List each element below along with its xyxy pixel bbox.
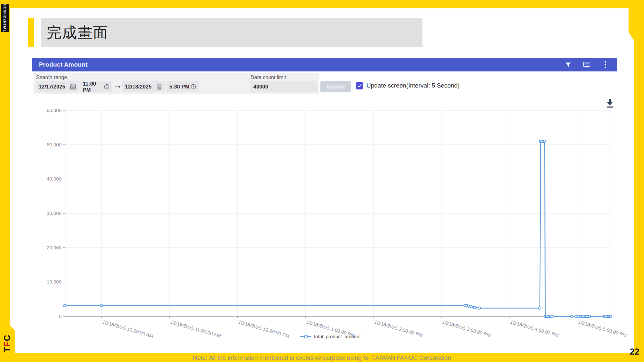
svg-text:10,000: 10,000 [47,279,62,284]
panel-title: Product Amount [32,61,88,68]
svg-text:12/18/2025 10:00:00 AM: 12/18/2025 10:00:00 AM [102,319,154,339]
update-screen-checkbox[interactable] [356,82,363,89]
svg-text:12/18/2025 5:00:00 PM: 12/18/2025 5:00:00 PM [578,319,628,338]
svg-text:30,000: 30,000 [47,210,62,216]
check-icon [357,83,362,88]
svg-text:12/18/2025 2:00:00 PM: 12/18/2025 2:00:00 PM [374,319,424,338]
panel-header-icons [564,61,617,69]
product-amount-panel: Product Amount [32,58,617,97]
svg-text:60,000: 60,000 [47,107,62,113]
end-date-input[interactable]: 12/18/2025 [122,81,165,92]
clock-icon [191,84,196,89]
slide: 010,00020,00030,00040,00050,00060,00012/… [0,0,644,362]
kebab-menu-icon[interactable] [601,61,609,69]
search-range-label: Search range [36,75,67,80]
svg-text:12/18/2025 4:00:00 PM: 12/18/2025 4:00:00 PM [510,319,560,338]
svg-text:0: 0 [59,313,62,319]
display-settings-icon[interactable] [583,61,591,69]
filter-icon[interactable] [564,61,572,69]
svg-text:20,000: 20,000 [47,245,62,250]
page-number: 22 [630,347,639,357]
start-time-input[interactable]: 11:00 PM [80,81,112,92]
product-amount-chart: 010,00020,00030,00040,00050,00060,00012/… [0,0,644,362]
start-date-input[interactable]: 12/17/2025 [36,81,79,92]
footer-note: Note: All the information mentioned is e… [193,354,451,361]
svg-text:40,000: 40,000 [47,176,62,181]
update-screen-label: Update screen(Interval: 5 Second) [366,82,459,89]
end-time-input[interactable]: 5:30 PM [166,81,199,92]
panel-header: Product Amount [32,58,617,71]
frame-top-right-block [629,0,644,41]
frame-top-band [0,0,644,8]
footer-bar: Note: All the information mentioned is e… [0,353,644,362]
svg-text:12/18/2025 12:00:00 PM: 12/18/2025 12:00:00 PM [238,319,290,339]
range-arrow: → [113,80,122,90]
data-count-limit-input[interactable]: 40000 [251,81,317,92]
calendar-icon [70,84,76,89]
data-count-limit-label: Data count limit [251,75,286,80]
update-button[interactable]: Update [320,81,351,92]
frame-right-strip [634,0,644,362]
svg-text:50,000: 50,000 [47,142,62,147]
frame-left-strip [0,0,10,362]
svg-text:total_product_amount: total_product_amount [314,334,361,339]
confidential-badge: CONFIDENTIAL [1,4,9,32]
download-icon[interactable] [605,98,615,109]
calendar-icon [157,84,162,89]
clock-icon [104,84,109,89]
legend-total-product-amount[interactable]: total_product_amount [300,334,361,339]
tfc-logo: TFC [1,333,14,354]
svg-text:12/18/2025 3:00:00 PM: 12/18/2025 3:00:00 PM [442,319,492,338]
svg-text:12/18/2025 11:00:00 AM: 12/18/2025 11:00:00 AM [170,319,222,339]
